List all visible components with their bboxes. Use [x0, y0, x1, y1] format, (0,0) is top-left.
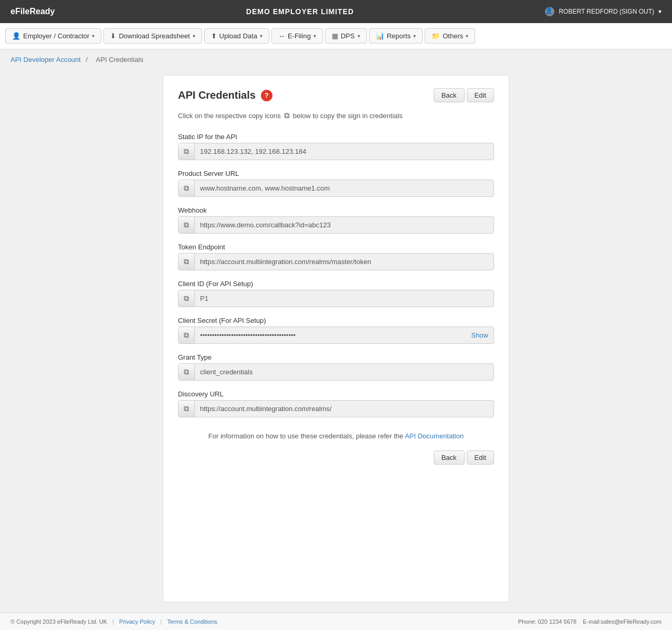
- copy-icon-inline: ⧉: [284, 111, 290, 120]
- breadcrumb-area: API Developer Account / API Credentials: [0, 49, 672, 70]
- field-input-row-webhook: ⧉https://www.demo.com/callback?id=abc123: [178, 216, 494, 234]
- user-menu[interactable]: 👤 ROBERT REDFORD (SIGN OUT) ▾: [545, 7, 662, 16]
- copy-button-client-id[interactable]: ⧉: [178, 290, 195, 307]
- copyright-text: © Copyright 2023 eFileReady Ltd. UK: [10, 618, 107, 625]
- footer-email: E-mail:sales@eFileReady.com: [583, 618, 662, 625]
- copy-button-client-secret[interactable]: ⧉: [178, 327, 195, 343]
- others-icon: 📁: [432, 32, 440, 40]
- breadcrumb: API Developer Account / API Credentials: [10, 56, 662, 64]
- field-input-row-client-secret: ⧉•••••••••••••••••••••••••••••••••••••••…: [178, 327, 494, 344]
- download-icon: ⬇: [110, 32, 116, 40]
- fields-container: Static IP for the API⧉192.168.123.132, 1…: [178, 133, 494, 417]
- card-title-area: API Credentials ?: [178, 89, 272, 101]
- card-footer-btns: Back Edit: [178, 450, 494, 465]
- field-group-static-ip: Static IP for the API⧉192.168.123.132, 1…: [178, 133, 494, 160]
- field-value-token-endpoint: https://account.multiintegration.com/rea…: [195, 254, 494, 269]
- nav-dps-chevron: ▾: [358, 33, 360, 39]
- field-group-product-server-url: Product Server URL⧉www.hostname.com, www…: [178, 170, 494, 197]
- field-input-row-client-id: ⧉P1: [178, 290, 494, 307]
- breadcrumb-current: API Credentials: [96, 56, 143, 64]
- copy-button-static-ip[interactable]: ⧉: [178, 143, 195, 160]
- field-group-client-id: Client ID (For API Setup)⧉P1: [178, 280, 494, 307]
- user-avatar-icon: 👤: [545, 7, 554, 16]
- field-group-client-secret: Client Secret (For API Setup)⧉••••••••••…: [178, 317, 494, 344]
- nav-bar: 👤 Employer / Contractor ▾ ⬇ Download Spr…: [0, 23, 672, 49]
- card-header: API Credentials ? Back Edit: [178, 88, 494, 102]
- terms-conditions-link[interactable]: Terms & Conditions: [167, 618, 217, 625]
- logo: eFileReady: [10, 7, 55, 16]
- nav-reports-label: Reports: [387, 32, 411, 40]
- nav-employer-contractor[interactable]: 👤 Employer / Contractor ▾: [5, 28, 101, 44]
- field-label-product-server-url: Product Server URL: [178, 170, 494, 177]
- field-label-client-id: Client ID (For API Setup): [178, 280, 494, 288]
- help-icon[interactable]: ?: [261, 90, 272, 101]
- company-name: DEMO EMPLOYER LIMITED: [246, 7, 354, 16]
- field-value-grant-type: client_credentials: [195, 364, 494, 380]
- page-footer: © Copyright 2023 eFileReady Ltd. UK | Pr…: [0, 613, 672, 630]
- page-footer-left: © Copyright 2023 eFileReady Ltd. UK | Pr…: [10, 618, 217, 625]
- nav-others-label: Others: [443, 32, 463, 40]
- back-button-bottom[interactable]: Back: [434, 450, 465, 465]
- nav-others-chevron: ▾: [466, 33, 468, 39]
- field-label-client-secret: Client Secret (For API Setup): [178, 317, 494, 324]
- nav-upload-data[interactable]: ⬆ Upload Data ▾: [204, 28, 269, 44]
- field-value-client-secret: ••••••••••••••••••••••••••••••••••••••••: [195, 328, 466, 343]
- field-group-discovery-url: Discovery URL⧉https://account.multiinteg…: [178, 390, 494, 417]
- nav-others[interactable]: 📁 Others ▾: [425, 28, 475, 44]
- api-credentials-card: API Credentials ? Back Edit Click on the…: [163, 75, 509, 602]
- nav-efiling-chevron: ▾: [313, 33, 316, 39]
- copy-button-webhook[interactable]: ⧉: [178, 217, 195, 233]
- field-label-webhook: Webhook: [178, 206, 494, 214]
- top-bar: eFileReady DEMO EMPLOYER LIMITED 👤 ROBER…: [0, 0, 672, 23]
- nav-download-spreadsheet[interactable]: ⬇ Download Spreadsheet ▾: [103, 28, 202, 44]
- field-group-grant-type: Grant Type⧉client_credentials: [178, 353, 494, 381]
- nav-dps[interactable]: ▦ DPS ▾: [325, 28, 367, 44]
- nav-download-label: Download Spreadsheet: [119, 32, 190, 40]
- card-title: API Credentials: [178, 89, 256, 101]
- copy-button-product-server-url[interactable]: ⧉: [178, 180, 195, 196]
- field-input-row-grant-type: ⧉client_credentials: [178, 363, 494, 381]
- nav-reports[interactable]: 📊 Reports ▾: [369, 28, 423, 44]
- instruction-text: Click on the respective copy icons ⧉ bel…: [178, 111, 494, 120]
- field-input-row-static-ip: ⧉192.168.123.132, 192.168.123.184: [178, 143, 494, 160]
- instruction-suffix: below to copy the sign in credentials: [293, 112, 403, 120]
- nav-e-filing[interactable]: ↔ E-Filing ▾: [271, 28, 323, 44]
- field-input-row-token-endpoint: ⧉https://account.multiintegration.com/re…: [178, 253, 494, 270]
- field-label-token-endpoint: Token Endpoint: [178, 243, 494, 251]
- show-link-client-secret[interactable]: Show: [466, 328, 494, 343]
- breadcrumb-parent-link[interactable]: API Developer Account: [10, 56, 81, 64]
- instruction-prefix: Click on the respective copy icons: [178, 112, 281, 120]
- back-button-top[interactable]: Back: [434, 88, 465, 102]
- field-label-discovery-url: Discovery URL: [178, 390, 494, 398]
- footer-note-prefix: For information on how to use these cred…: [208, 432, 403, 440]
- api-doc-link[interactable]: API Documentation: [405, 432, 464, 440]
- privacy-policy-link[interactable]: Privacy Policy: [119, 618, 155, 625]
- reports-icon: 📊: [376, 32, 384, 40]
- upload-icon: ⬆: [211, 32, 217, 40]
- copy-button-token-endpoint[interactable]: ⧉: [178, 254, 195, 270]
- copy-button-grant-type[interactable]: ⧉: [178, 364, 195, 380]
- dps-icon: ▦: [332, 32, 338, 40]
- edit-button-bottom[interactable]: Edit: [467, 450, 494, 465]
- user-name: ROBERT REDFORD (SIGN OUT): [559, 8, 654, 15]
- nav-upload-chevron: ▾: [260, 33, 262, 39]
- breadcrumb-separator: /: [86, 56, 89, 64]
- nav-download-chevron: ▾: [193, 33, 195, 39]
- page-footer-right: Phone: 020 1234 5678 E-mail:sales@eFileR…: [518, 618, 662, 625]
- footer-phone: Phone: 020 1234 5678: [518, 618, 576, 625]
- header-btn-group: Back Edit: [434, 88, 494, 102]
- nav-upload-label: Upload Data: [219, 32, 257, 40]
- edit-button-top[interactable]: Edit: [467, 88, 494, 102]
- field-value-static-ip: 192.168.123.132, 192.168.123.184: [195, 144, 494, 159]
- field-input-row-discovery-url: ⧉https://account.multiintegration.com/re…: [178, 400, 494, 417]
- footer-btn-group: Back Edit: [434, 450, 494, 465]
- field-input-row-product-server-url: ⧉www.hostname.com, www.hostname1.com: [178, 180, 494, 197]
- field-value-discovery-url: https://account.multiintegration.com/rea…: [195, 401, 494, 416]
- field-value-product-server-url: www.hostname.com, www.hostname1.com: [195, 181, 494, 196]
- efiling-icon: ↔: [278, 32, 285, 40]
- user-chevron-icon: ▾: [658, 8, 662, 15]
- field-group-token-endpoint: Token Endpoint⧉https://account.multiinte…: [178, 243, 494, 270]
- copy-button-discovery-url[interactable]: ⧉: [178, 401, 195, 417]
- nav-employer-chevron: ▾: [92, 33, 94, 39]
- field-value-webhook: https://www.demo.com/callback?id=abc123: [195, 217, 494, 233]
